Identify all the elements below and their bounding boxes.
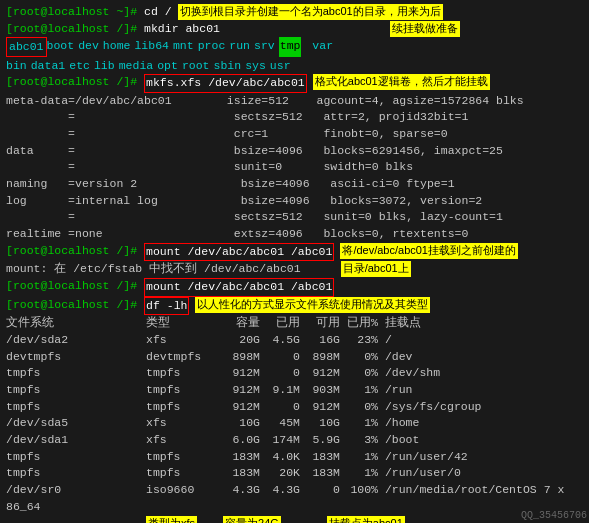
df-col-size: 容量: [220, 315, 260, 332]
annotation-mkdir: 续挂载做准备: [390, 21, 460, 37]
mkfs-row-5-text: naming =version 2 bsize=4096 ascii-ci=0 …: [6, 176, 455, 193]
df-col-use: 已用%: [340, 315, 378, 332]
dir-bin: bin: [6, 57, 31, 74]
dir-abc01: abc01: [6, 37, 47, 56]
dir-mnt: mnt: [173, 37, 198, 56]
df-row-tmpfs-shm: tmpfs tmpfs 912M 0 912M 0% /dev/shm: [6, 365, 583, 382]
prompt-1: [root@localhost ~]#: [6, 4, 137, 21]
mount-error-text: mount: 在 /etc/fstab 中找不到 /dev/abc/abc01: [6, 261, 301, 278]
cmd-line-mkfs: [root@localhost /]# mkfs.xfs /dev/abc/ab…: [6, 74, 583, 93]
mkfs-row-7-text: = sectsz=512 sunit=0 blks, lazy-count=1: [6, 209, 503, 226]
dir-root: root: [182, 57, 214, 74]
watermark-text: QQ_35456706: [521, 510, 587, 521]
df-row-sda5: /dev/sda5 xfs 10G 45M 10G 1% /home: [6, 415, 583, 432]
cmd-line-mount2: [root@localhost /]# mount /dev/abc/abc01…: [6, 278, 583, 297]
df-row-tmpfs-user0: tmpfs tmpfs 183M 20K 183M 1% /run/user/0: [6, 465, 583, 482]
dir-listing-1: abc01 boot dev home lib64 mnt proc run s…: [6, 37, 583, 56]
cmd-mkfs: mkfs.xfs /dev/abc/abc01: [144, 74, 307, 93]
cmd-line-mount1: [root@localhost /]# mount /dev/abc/abc01…: [6, 243, 583, 262]
annotation-mount1: 将/dev/abc/abc01挂载到之前创建的: [340, 243, 518, 259]
mkfs-row-6: log =internal log bsize=4096 blocks=3072…: [6, 193, 583, 210]
prompt-6: [root@localhost /]#: [6, 297, 137, 314]
cmd-line-df: [root@localhost /]# df -lh 以人性化的方式显示文件系统…: [6, 297, 583, 316]
df-col-fs: 文件系统: [6, 315, 146, 332]
mkfs-row-2-text: = crc=1 finobt=0, sparse=0: [6, 126, 448, 143]
mkfs-row-3-text: data = bsize=4096 blocks=6291456, imaxpc…: [6, 143, 503, 160]
mkfs-row-6-text: log =internal log bsize=4096 blocks=3072…: [6, 193, 482, 210]
df-col-mount: 挂载点: [378, 315, 421, 332]
dir-etc: etc: [69, 57, 94, 74]
mkfs-row-3: data = bsize=4096 blocks=6291456, imaxpc…: [6, 143, 583, 160]
dir-usr: usr: [270, 57, 295, 74]
df-header-row: 文件系统 类型 容量 已用 可用 已用% 挂载点: [6, 315, 583, 332]
df-row-tmpfs-run: tmpfs tmpfs 912M 9.1M 903M 1% /run: [6, 382, 583, 399]
mkfs-row-5: naming =version 2 bsize=4096 ascii-ci=0 …: [6, 176, 583, 193]
mkfs-meta: meta-data=/dev/abc/abc01 isize=512 agcou…: [6, 93, 583, 110]
cmd-mount2: mount /dev/abc/abc01 /abc01: [144, 278, 334, 297]
annotation-df: 以人性化的方式显示文件系统使用情况及其类型: [195, 297, 430, 313]
terminal-window: [root@localhost ~]# cd / 切换到根目录并创建一个名为ab…: [0, 0, 589, 523]
df-row-tmpfs-cgroup: tmpfs tmpfs 912M 0 912M 0% /sys/fs/cgrou…: [6, 399, 583, 416]
watermark: QQ_35456706: [521, 510, 587, 521]
df-row-tmpfs-user42: tmpfs tmpfs 183M 4.0K 183M 1% /run/user/…: [6, 449, 583, 466]
mount-error: mount: 在 /etc/fstab 中找不到 /dev/abc/abc01 …: [6, 261, 583, 278]
annotation-mountpoint: 挂载点为abc01: [327, 516, 405, 523]
mkfs-row-7: = sectsz=512 sunit=0 blks, lazy-count=1: [6, 209, 583, 226]
dir-dev: dev: [78, 37, 103, 56]
df-col-avail: 可用: [300, 315, 340, 332]
annotation-type: 类型为xfs: [146, 516, 197, 523]
cmd-df: df -lh: [144, 297, 189, 316]
dir-listing-2: bin data1 etc lib media opt root sbin sy…: [6, 57, 583, 74]
annotation-cd: 切换到根目录并创建一个名为abc01的目录，用来为后: [178, 4, 443, 20]
prompt-2: [root@localhost /]#: [6, 21, 137, 38]
prompt-5: [root@localhost /]#: [6, 278, 137, 295]
annotation-mkfs: 格式化abc01逻辑卷，然后才能挂载: [313, 74, 490, 90]
mkfs-row-8-text: realtime =none extsz=4096 blocks=0, rtex…: [6, 226, 468, 243]
bottom-annotation-row: 类型为xfs 容量为24G 挂载点为abc01: [6, 516, 583, 523]
dir-tmp: tmp: [279, 37, 302, 56]
mkfs-row-1: = sectsz=512 attr=2, projid32bit=1: [6, 109, 583, 126]
prompt-4: [root@localhost /]#: [6, 243, 137, 260]
dir-data1: data1: [31, 57, 70, 74]
dir-srv: srv: [254, 37, 279, 56]
dir-sys: sys: [245, 57, 270, 74]
df-col-used: 已用: [260, 315, 300, 332]
mkfs-row-4-text: = sunit=0 swidth=0 blks: [6, 159, 413, 176]
cmd-cd: cd /: [137, 4, 172, 21]
cmd-mount1: mount /dev/abc/abc01 /abc01: [144, 243, 334, 262]
dir-proc: proc: [198, 37, 230, 56]
df-col-type: 类型: [146, 315, 220, 332]
mkfs-row-2: = crc=1 finobt=0, sparse=0: [6, 126, 583, 143]
cmd-line-mkdir: [root@localhost /]# mkdir abc01 续挂载做准备: [6, 21, 583, 38]
dir-run: run: [229, 37, 254, 56]
cmd-mkdir: mkdir abc01: [137, 21, 220, 38]
dir-opt: opt: [157, 57, 182, 74]
annotation-mount2: 目录/abc01上: [341, 261, 411, 277]
dir-boot: boot: [47, 37, 79, 56]
dir-var: var: [312, 37, 337, 56]
df-row-sr0: /dev/sr0 iso9660 4.3G 4.3G 0 100% /run/m…: [6, 482, 583, 499]
mkfs-row-4: = sunit=0 swidth=0 blks: [6, 159, 583, 176]
mkfs-meta-text: meta-data=/dev/abc/abc01 isize=512 agcou…: [6, 93, 524, 110]
prompt-3: [root@localhost /]#: [6, 74, 137, 91]
dir-media: media: [119, 57, 158, 74]
dir-lib: lib: [94, 57, 119, 74]
dir-sbin: sbin: [214, 57, 246, 74]
dir-home: home: [103, 37, 135, 56]
annotation-size: 容量为24G: [223, 516, 281, 523]
mkfs-row-8: realtime =none extsz=4096 blocks=0, rtex…: [6, 226, 583, 243]
mkfs-row-1-text: = sectsz=512 attr=2, projid32bit=1: [6, 109, 468, 126]
cmd-line-cd: [root@localhost ~]# cd / 切换到根目录并创建一个名为ab…: [6, 4, 583, 21]
dir-lib64: lib64: [134, 37, 173, 56]
df-row-sr0-cont: 86_64: [6, 499, 583, 516]
df-row-sda2: /dev/sda2 xfs 20G 4.5G 16G 23% /: [6, 332, 583, 349]
df-row-sda1: /dev/sda1 xfs 6.0G 174M 5.9G 3% /boot: [6, 432, 583, 449]
df-row-devtmpfs: devtmpfs devtmpfs 898M 0 898M 0% /dev: [6, 349, 583, 366]
